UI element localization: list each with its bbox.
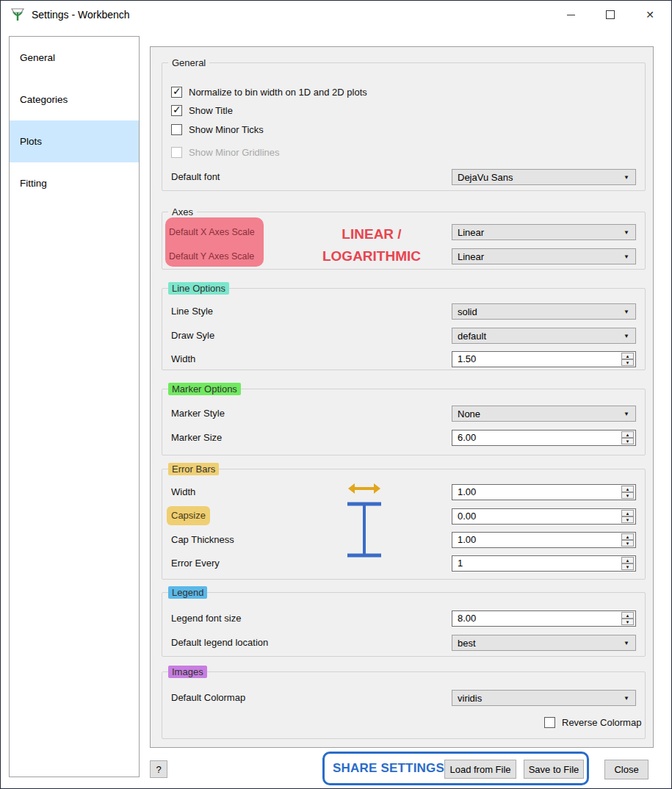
combo-value: viridis <box>458 693 624 704</box>
chevron-down-icon: ▼ <box>624 695 629 702</box>
spin-up-button[interactable]: ▲ <box>621 612 634 619</box>
sidebar-item-plots[interactable]: Plots <box>10 120 139 162</box>
chevron-down-icon: ▼ <box>624 411 629 417</box>
spin-down-button[interactable]: ▼ <box>621 516 634 523</box>
checkbox-label: Normalize to bin width on 1D and 2D plot… <box>189 87 367 98</box>
error-bars-group: Error Bars Width 1.00 ▲▼ Capsize 0.00 ▲▼… <box>162 469 646 580</box>
spin-down-button[interactable]: ▼ <box>621 359 634 366</box>
close-button[interactable]: Close <box>604 760 648 779</box>
minimize-button[interactable] <box>551 1 590 29</box>
share-settings-annotation-label: SHARE SETTINGS <box>333 752 444 785</box>
line-style-select[interactable]: solid ▼ <box>452 303 636 320</box>
chevron-down-icon: ▼ <box>624 309 629 315</box>
sidebar-item-general[interactable]: General <box>10 37 139 79</box>
legend-font-size-label: Legend font size <box>171 610 241 627</box>
load-from-file-button[interactable]: Load from File <box>444 760 516 779</box>
settings-category-list: General Categories Plots Fitting <box>9 36 140 777</box>
combo-value: default <box>458 331 624 342</box>
checkbox-label: Show Minor Gridlines <box>189 147 280 158</box>
share-settings-text: SHARE SETTINGS <box>333 761 444 776</box>
titlebar: Settings - Workbench ✕ <box>1 1 671 29</box>
save-to-file-button[interactable]: Save to File <box>524 760 584 779</box>
axes-group-title: Axes <box>168 206 197 218</box>
cap-thickness-spinbox[interactable]: 1.00 ▲▼ <box>452 532 636 548</box>
default-y-axes-scale-label: Default Y Axes Scale <box>169 248 254 264</box>
minimize-icon <box>567 15 575 15</box>
legend-location-select[interactable]: best ▼ <box>452 635 636 651</box>
spin-up-button[interactable]: ▲ <box>621 533 634 540</box>
maximize-icon <box>606 10 615 19</box>
error-bars-group-title: Error Bars <box>168 463 219 475</box>
sidebar-item-label: Plots <box>20 136 42 147</box>
marker-size-label: Marker Size <box>171 430 222 446</box>
line-width-spinbox[interactable]: 1.50 ▲▼ <box>452 351 636 367</box>
general-group: General Normalize to bin width on 1D and… <box>162 62 646 191</box>
show-minor-ticks-checkbox[interactable] <box>171 124 182 135</box>
combo-value: best <box>458 638 624 649</box>
combo-value: Linear <box>458 251 624 262</box>
spin-value: 1.00 <box>458 485 476 500</box>
legend-location-label: Default legend location <box>171 635 268 651</box>
y-axes-scale-select[interactable]: Linear ▼ <box>452 248 636 264</box>
default-x-axes-scale-label: Default X Axes Scale <box>169 224 255 240</box>
line-options-group: Line Options Line Style solid ▼ Draw Syl… <box>162 288 646 370</box>
legend-font-size-spinbox[interactable]: 8.00 ▲▼ <box>452 610 636 627</box>
capsize-label: Capsize <box>167 506 210 525</box>
error-bar-width-label: Width <box>171 484 195 500</box>
x-axes-scale-select[interactable]: Linear ▼ <box>452 224 636 240</box>
plots-settings-panel: General Normalize to bin width on 1D and… <box>150 46 654 748</box>
spin-up-button[interactable]: ▲ <box>621 486 634 492</box>
spin-down-button[interactable]: ▼ <box>621 540 634 547</box>
combo-value: DejaVu Sans <box>458 172 624 183</box>
sidebar-item-categories[interactable]: Categories <box>10 79 139 120</box>
help-button[interactable]: ? <box>150 760 167 778</box>
spin-value: 1 <box>458 556 463 571</box>
chevron-down-icon: ▼ <box>624 229 629 236</box>
normalize-bin-width-checkbox[interactable] <box>171 87 182 98</box>
close-button-label: Close <box>614 764 638 775</box>
combo-value: solid <box>458 306 624 317</box>
axes-group: Axes Default X Axes Scale Default Y Axes… <box>162 212 646 270</box>
show-title-checkbox[interactable] <box>171 105 182 116</box>
spin-up-button[interactable]: ▲ <box>621 510 634 516</box>
error-bar-width-spinbox[interactable]: 1.00 ▲▼ <box>452 484 636 500</box>
cap-thickness-label: Cap Thickness <box>171 532 234 548</box>
spin-value: 1.50 <box>458 352 476 367</box>
spin-down-button[interactable]: ▼ <box>621 619 634 625</box>
spin-down-button[interactable]: ▼ <box>621 492 634 499</box>
draw-style-select[interactable]: default ▼ <box>452 328 636 344</box>
spin-down-button[interactable]: ▼ <box>621 438 634 444</box>
capsize-spinbox[interactable]: 0.00 ▲▼ <box>452 508 636 525</box>
marker-style-select[interactable]: None ▼ <box>452 406 636 422</box>
sidebar-item-label: Fitting <box>20 178 47 189</box>
default-colormap-select[interactable]: viridis ▼ <box>452 690 636 706</box>
spin-down-button[interactable]: ▼ <box>621 563 634 570</box>
default-font-select[interactable]: DejaVu Sans ▼ <box>452 169 636 185</box>
legend-group: Legend Legend font size 8.00 ▲▼ Default … <box>162 592 646 657</box>
chevron-down-icon: ▼ <box>624 640 629 646</box>
close-window-button[interactable]: ✕ <box>630 1 670 29</box>
maximize-button[interactable] <box>590 1 630 29</box>
general-group-title: General <box>168 57 209 69</box>
checkbox-label: Show Title <box>189 105 233 116</box>
show-minor-gridlines-checkbox <box>171 147 182 158</box>
spin-up-button[interactable]: ▲ <box>621 353 634 359</box>
marker-style-label: Marker Style <box>171 406 225 422</box>
sidebar-item-label: General <box>20 52 55 63</box>
chevron-down-icon: ▼ <box>624 174 629 181</box>
marker-size-spinbox[interactable]: 6.00 ▲▼ <box>452 430 636 446</box>
combo-value: Linear <box>458 227 624 238</box>
reverse-colormap-checkbox[interactable] <box>544 717 555 728</box>
show-minor-gridlines-row: Show Minor Gridlines <box>171 144 280 160</box>
help-button-label: ? <box>156 764 161 775</box>
line-style-label: Line Style <box>171 303 213 320</box>
marker-options-group-title: Marker Options <box>168 383 241 395</box>
error-every-spinbox[interactable]: 1 ▲▼ <box>452 555 636 572</box>
width-arrow-icon <box>348 483 380 494</box>
sidebar-item-fitting[interactable]: Fitting <box>10 162 139 204</box>
spin-up-button[interactable]: ▲ <box>621 431 634 438</box>
spin-up-button[interactable]: ▲ <box>621 557 634 563</box>
settings-dialog: Settings - Workbench ✕ General Categorie… <box>0 0 672 789</box>
mantid-logo-icon <box>10 7 26 23</box>
load-from-file-label: Load from File <box>449 764 510 775</box>
